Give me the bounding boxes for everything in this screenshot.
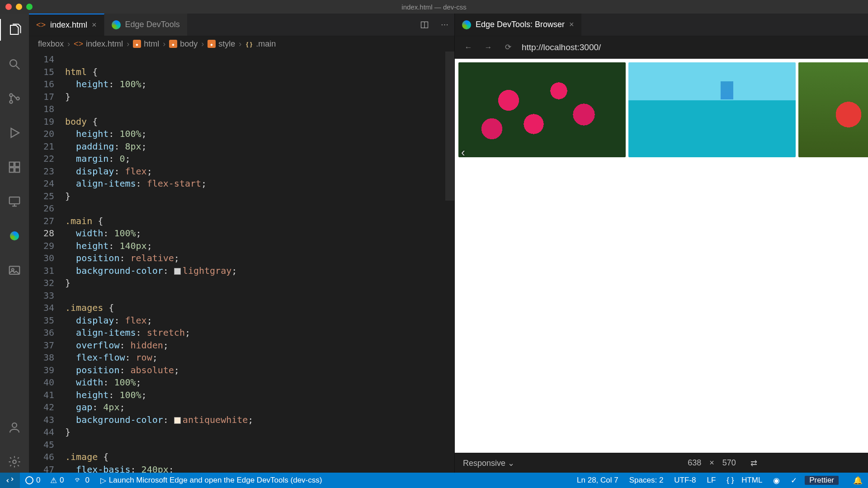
carousel-prev-icon[interactable]: ‹ [461, 145, 465, 160]
edge-icon [112, 20, 121, 29]
prettier-status[interactable]: ✓ Prettier [785, 476, 848, 485]
svg-point-1 [9, 94, 12, 96]
url-bar[interactable]: http://localhost:3000/ [522, 42, 868, 52]
encoding[interactable]: UTF-8 [669, 476, 701, 485]
warning-count-icon: ⚠ [50, 476, 57, 485]
tag-icon: ⬥ [133, 40, 141, 48]
run-debug-icon[interactable] [0, 122, 29, 144]
dimension-x-icon: × [709, 458, 714, 468]
device-mode[interactable]: Responsive ⌄ [463, 458, 514, 468]
minimap[interactable] [445, 52, 454, 201]
rotate-icon[interactable]: ⇄ [750, 458, 757, 468]
extensions-icon[interactable] [0, 156, 29, 178]
viewport-height[interactable]: 570 [722, 458, 736, 468]
problems-errors[interactable]: 0 ⚠0 [20, 476, 69, 485]
tab-edge-browser[interactable]: Edge DevTools: Browser × [455, 14, 582, 36]
line-number-gutter: 1415161718192021222324252627282930313233… [29, 52, 65, 473]
crumb-body: ⬥body [169, 39, 198, 49]
settings-gear-icon[interactable] [0, 451, 29, 473]
crumb-html: ⬥html [133, 39, 159, 49]
tab-index-html[interactable]: <> index.html × [29, 14, 104, 36]
tag-icon: ⬥ [169, 40, 177, 48]
tab-edge-devtools[interactable]: Edge DevTools [104, 14, 188, 36]
svg-point-12 [13, 460, 16, 464]
close-tab-icon[interactable]: × [92, 20, 97, 30]
svg-point-3 [16, 97, 19, 100]
carousel-image-3 [798, 62, 868, 157]
selector-icon: { } [245, 40, 253, 48]
crumb-file: <>index.html [74, 39, 123, 49]
split-editor-icon[interactable] [415, 14, 434, 36]
html-file-icon: <> [36, 20, 46, 30]
svg-rect-8 [9, 197, 20, 204]
source-control-icon[interactable] [0, 88, 29, 109]
edge-icon [462, 20, 471, 29]
device-toolbar: Responsive ⌄ 638 × 570 ⇄ ◎ [455, 453, 868, 473]
ports-forwarded[interactable]: ᯤ0 [69, 476, 94, 485]
tabs-left: <> index.html × Edge DevTools ⋯ [29, 14, 454, 36]
accounts-icon[interactable] [0, 417, 29, 438]
nav-reload-icon[interactable]: ⟳ [502, 42, 514, 52]
activity-bar [0, 14, 29, 473]
nav-forward-icon[interactable]: → [482, 43, 495, 52]
image-tool-icon[interactable] [0, 259, 29, 281]
close-window-icon[interactable] [5, 4, 12, 10]
launch-edge-hint[interactable]: ▷Launch Microsoft Edge and open the Edge… [95, 476, 328, 485]
play-icon: ▷ [100, 476, 106, 485]
carousel-image-1 [458, 62, 626, 157]
notifications-icon[interactable]: 🔔 [848, 476, 868, 485]
svg-point-11 [12, 423, 17, 427]
edge-tools-icon[interactable] [0, 225, 29, 247]
minimize-window-icon[interactable] [16, 4, 22, 10]
remote-explorer-icon[interactable] [0, 191, 29, 212]
language-mode[interactable]: { } HTML [721, 476, 768, 485]
indentation[interactable]: Spaces: 2 [624, 476, 669, 485]
code-editor[interactable]: 1415161718192021222324252627282930313233… [29, 52, 454, 473]
crumb-selector: { }.main [245, 39, 276, 49]
remote-indicator-icon[interactable] [0, 473, 20, 488]
tab-label: index.html [50, 20, 87, 30]
editor-group-right: Edge DevTools: Browser × ⋯ ← → ⟳ http://… [455, 14, 868, 473]
code-icon: { } [726, 476, 734, 485]
crumb-folder: flexbox [38, 39, 64, 49]
eol[interactable]: LF [702, 476, 722, 485]
browser-nav: ← → ⟳ http://localhost:3000/ [455, 36, 868, 59]
cursor-position[interactable]: Ln 28, Col 7 [571, 476, 624, 485]
live-preview-icon[interactable]: ◉ [768, 476, 785, 485]
zoom-window-icon[interactable] [26, 4, 33, 10]
svg-point-0 [10, 60, 17, 66]
code-content[interactable]: html { height: 100%; } body { height: 10… [65, 52, 454, 473]
html-file-icon: <> [74, 39, 83, 49]
error-count-icon [25, 476, 33, 484]
image-carousel [458, 62, 868, 157]
viewport-width[interactable]: 638 [688, 458, 701, 468]
tag-icon: ⬥ [208, 40, 216, 48]
svg-point-2 [9, 100, 12, 103]
status-bar: 0 ⚠0 ᯤ0 ▷Launch Microsoft Edge and open … [0, 473, 868, 488]
traffic-lights [0, 4, 33, 10]
svg-rect-7 [15, 168, 19, 172]
svg-rect-6 [9, 168, 14, 172]
svg-rect-5 [15, 162, 19, 167]
carousel-image-2 [628, 62, 796, 157]
nav-back-icon[interactable]: ← [462, 43, 475, 52]
browser-preview[interactable]: ‹ › [455, 59, 868, 453]
svg-rect-4 [9, 162, 14, 167]
search-icon[interactable] [0, 53, 29, 75]
editor-group-left: <> index.html × Edge DevTools ⋯ flexbox›… [29, 14, 455, 473]
check-icon: ✓ [791, 476, 797, 485]
tab-label: Edge DevTools: Browser [476, 20, 565, 29]
antenna-icon: ᯤ [75, 476, 82, 485]
window-titlebar: index.html — dev-css [0, 0, 868, 14]
explorer-icon[interactable] [0, 19, 29, 41]
window-title: index.html — dev-css [401, 3, 466, 11]
crumb-style: ⬥style [208, 39, 235, 49]
close-tab-icon[interactable]: × [569, 20, 574, 29]
chevron-down-icon: ⌄ [508, 459, 514, 468]
tabs-right: Edge DevTools: Browser × ⋯ [455, 14, 868, 36]
more-actions-icon[interactable]: ⋯ [434, 14, 454, 36]
breadcrumb[interactable]: flexbox› <>index.html› ⬥html› ⬥body› ⬥st… [29, 36, 454, 52]
tab-label: Edge DevTools [125, 20, 180, 29]
